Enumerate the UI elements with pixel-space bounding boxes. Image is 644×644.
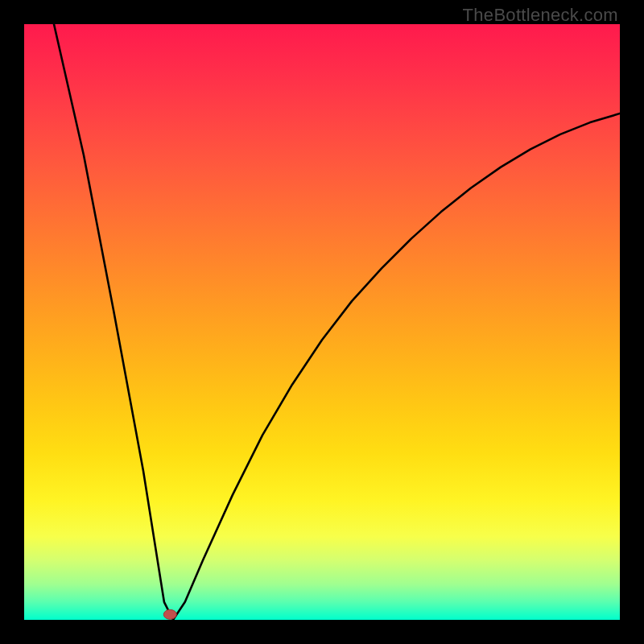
bottleneck-curve-group: [54, 24, 620, 620]
minimum-marker: [163, 609, 176, 619]
chart-frame: TheBottleneck.com: [0, 0, 644, 644]
plot-area: [24, 24, 620, 620]
bottleneck-curve: [54, 24, 620, 620]
site-watermark: TheBottleneck.com: [463, 5, 618, 26]
chart-svg: [24, 24, 620, 620]
